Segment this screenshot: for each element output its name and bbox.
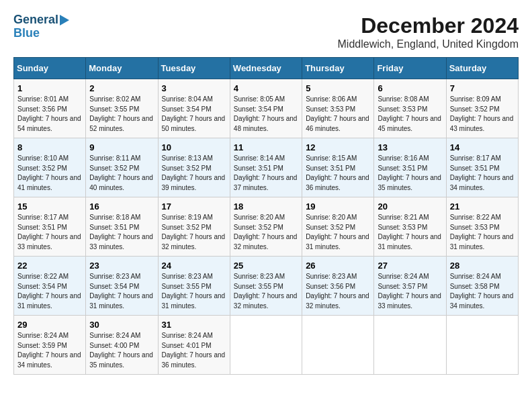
day-detail: Sunrise: 8:24 AMSunset: 3:58 PMDaylight:… <box>450 273 514 310</box>
day-detail: Sunrise: 8:22 AMSunset: 3:54 PMDaylight:… <box>17 273 81 310</box>
page-title: December 2024 <box>338 13 519 38</box>
day-detail: Sunrise: 8:17 AMSunset: 3:51 PMDaylight:… <box>17 214 81 250</box>
day-number: 4 <box>234 83 298 93</box>
title-block: December 2024 Middlewich, England, Unite… <box>338 13 519 50</box>
logo: General Blue <box>13 13 69 40</box>
day-number: 23 <box>89 261 154 271</box>
table-row <box>230 316 302 375</box>
calendar-week-row: 8 Sunrise: 8:10 AMSunset: 3:52 PMDayligh… <box>14 138 519 197</box>
day-detail: Sunrise: 8:23 AMSunset: 3:55 PMDaylight:… <box>234 273 298 310</box>
table-row: 16 Sunrise: 8:18 AMSunset: 3:51 PMDaylig… <box>86 197 158 257</box>
day-detail: Sunrise: 8:24 AMSunset: 3:59 PMDaylight:… <box>17 332 81 369</box>
calendar-header-row: Sunday Monday Tuesday Wednesday Thursday… <box>14 58 519 79</box>
logo-blue: Blue <box>13 27 40 40</box>
logo-general: General <box>13 13 58 27</box>
day-detail: Sunrise: 8:24 AMSunset: 4:01 PMDaylight:… <box>162 332 226 369</box>
table-row: 20 Sunrise: 8:21 AMSunset: 3:53 PMDaylig… <box>374 197 446 257</box>
day-detail: Sunrise: 8:17 AMSunset: 3:51 PMDaylight:… <box>450 154 514 191</box>
col-monday: Monday <box>86 58 158 79</box>
day-detail: Sunrise: 8:16 AMSunset: 3:51 PMDaylight:… <box>378 154 441 191</box>
header: General Blue December 2024 Middlewich, E… <box>13 13 519 50</box>
day-detail: Sunrise: 8:13 AMSunset: 3:52 PMDaylight:… <box>162 154 226 191</box>
table-row: 9 Sunrise: 8:11 AMSunset: 3:52 PMDayligh… <box>86 138 158 197</box>
day-number: 17 <box>162 201 226 212</box>
day-number: 30 <box>89 320 154 330</box>
day-detail: Sunrise: 8:14 AMSunset: 3:51 PMDaylight:… <box>234 154 298 191</box>
table-row: 18 Sunrise: 8:20 AMSunset: 3:52 PMDaylig… <box>230 197 302 257</box>
day-detail: Sunrise: 8:11 AMSunset: 3:52 PMDaylight:… <box>89 154 153 191</box>
day-number: 18 <box>234 201 298 212</box>
day-detail: Sunrise: 8:10 AMSunset: 3:52 PMDaylight:… <box>17 154 81 191</box>
table-row: 17 Sunrise: 8:19 AMSunset: 3:52 PMDaylig… <box>158 197 230 257</box>
col-wednesday: Wednesday <box>230 58 302 79</box>
day-number: 3 <box>162 83 226 93</box>
table-row: 3 Sunrise: 8:04 AMSunset: 3:54 PMDayligh… <box>158 79 230 138</box>
table-row: 19 Sunrise: 8:20 AMSunset: 3:52 PMDaylig… <box>302 197 374 257</box>
day-number: 26 <box>306 261 370 271</box>
day-number: 1 <box>17 83 82 93</box>
day-number: 11 <box>234 142 298 152</box>
col-friday: Friday <box>374 58 446 79</box>
table-row: 12 Sunrise: 8:15 AMSunset: 3:51 PMDaylig… <box>302 138 374 197</box>
table-row: 10 Sunrise: 8:13 AMSunset: 3:52 PMDaylig… <box>158 138 230 197</box>
day-number: 9 <box>89 142 154 152</box>
calendar-week-row: 1 Sunrise: 8:01 AMSunset: 3:56 PMDayligh… <box>14 79 519 138</box>
table-row <box>302 316 374 375</box>
table-row: 11 Sunrise: 8:14 AMSunset: 3:51 PMDaylig… <box>230 138 302 197</box>
day-number: 20 <box>378 201 442 212</box>
day-detail: Sunrise: 8:22 AMSunset: 3:53 PMDaylight:… <box>450 214 514 250</box>
day-number: 7 <box>450 83 515 93</box>
day-detail: Sunrise: 8:23 AMSunset: 3:55 PMDaylight:… <box>162 273 226 310</box>
day-detail: Sunrise: 8:19 AMSunset: 3:52 PMDaylight:… <box>162 214 226 250</box>
day-number: 2 <box>89 83 154 93</box>
table-row: 30 Sunrise: 8:24 AMSunset: 4:00 PMDaylig… <box>86 316 158 375</box>
day-number: 28 <box>450 261 515 271</box>
day-detail: Sunrise: 8:23 AMSunset: 3:56 PMDaylight:… <box>306 273 369 310</box>
table-row: 23 Sunrise: 8:23 AMSunset: 3:54 PMDaylig… <box>86 257 158 316</box>
day-number: 8 <box>17 142 82 152</box>
calendar-week-row: 29 Sunrise: 8:24 AMSunset: 3:59 PMDaylig… <box>14 316 519 375</box>
calendar-table: Sunday Monday Tuesday Wednesday Thursday… <box>13 57 519 375</box>
day-number: 31 <box>162 320 226 330</box>
day-detail: Sunrise: 8:21 AMSunset: 3:53 PMDaylight:… <box>378 214 441 250</box>
table-row: 26 Sunrise: 8:23 AMSunset: 3:56 PMDaylig… <box>302 257 374 316</box>
day-detail: Sunrise: 8:18 AMSunset: 3:51 PMDaylight:… <box>89 214 153 250</box>
day-number: 21 <box>450 201 515 212</box>
day-detail: Sunrise: 8:08 AMSunset: 3:53 PMDaylight:… <box>378 95 441 132</box>
table-row: 6 Sunrise: 8:08 AMSunset: 3:53 PMDayligh… <box>374 79 446 138</box>
table-row: 5 Sunrise: 8:06 AMSunset: 3:53 PMDayligh… <box>302 79 374 138</box>
table-row: 24 Sunrise: 8:23 AMSunset: 3:55 PMDaylig… <box>158 257 230 316</box>
col-tuesday: Tuesday <box>158 58 230 79</box>
table-row: 13 Sunrise: 8:16 AMSunset: 3:51 PMDaylig… <box>374 138 446 197</box>
col-saturday: Saturday <box>446 58 518 79</box>
day-number: 19 <box>306 201 370 212</box>
day-number: 14 <box>450 142 515 152</box>
day-detail: Sunrise: 8:15 AMSunset: 3:51 PMDaylight:… <box>306 154 369 191</box>
table-row: 22 Sunrise: 8:22 AMSunset: 3:54 PMDaylig… <box>14 257 86 316</box>
table-row: 28 Sunrise: 8:24 AMSunset: 3:58 PMDaylig… <box>446 257 518 316</box>
day-number: 5 <box>306 83 370 93</box>
day-number: 27 <box>378 261 442 271</box>
table-row <box>446 316 518 375</box>
day-detail: Sunrise: 8:09 AMSunset: 3:52 PMDaylight:… <box>450 95 514 132</box>
day-number: 6 <box>378 83 442 93</box>
table-row: 4 Sunrise: 8:05 AMSunset: 3:54 PMDayligh… <box>230 79 302 138</box>
table-row: 2 Sunrise: 8:02 AMSunset: 3:55 PMDayligh… <box>86 79 158 138</box>
table-row: 14 Sunrise: 8:17 AMSunset: 3:51 PMDaylig… <box>446 138 518 197</box>
day-number: 22 <box>17 261 82 271</box>
table-row: 8 Sunrise: 8:10 AMSunset: 3:52 PMDayligh… <box>14 138 86 197</box>
day-number: 13 <box>378 142 442 152</box>
day-detail: Sunrise: 8:05 AMSunset: 3:54 PMDaylight:… <box>234 95 298 132</box>
table-row: 25 Sunrise: 8:23 AMSunset: 3:55 PMDaylig… <box>230 257 302 316</box>
day-detail: Sunrise: 8:04 AMSunset: 3:54 PMDaylight:… <box>162 95 226 132</box>
col-thursday: Thursday <box>302 58 374 79</box>
table-row: 21 Sunrise: 8:22 AMSunset: 3:53 PMDaylig… <box>446 197 518 257</box>
day-detail: Sunrise: 8:23 AMSunset: 3:54 PMDaylight:… <box>89 273 153 310</box>
table-row: 7 Sunrise: 8:09 AMSunset: 3:52 PMDayligh… <box>446 79 518 138</box>
page-subtitle: Middlewich, England, United Kingdom <box>338 38 519 50</box>
col-sunday: Sunday <box>14 58 86 79</box>
day-number: 29 <box>17 320 82 330</box>
day-detail: Sunrise: 8:01 AMSunset: 3:56 PMDaylight:… <box>17 95 81 132</box>
table-row: 27 Sunrise: 8:24 AMSunset: 3:57 PMDaylig… <box>374 257 446 316</box>
day-number: 24 <box>162 261 226 271</box>
